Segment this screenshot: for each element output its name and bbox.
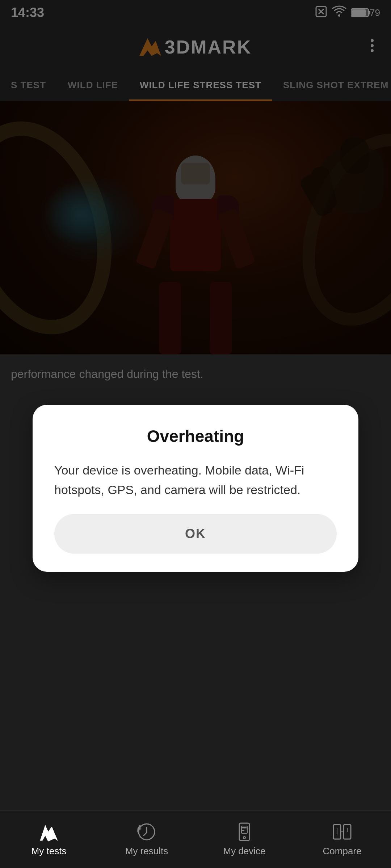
nav-item-compare[interactable]: Compare	[293, 822, 391, 857]
nav-label-my-tests: My tests	[31, 846, 67, 857]
nav-item-my-results[interactable]: My results	[98, 822, 196, 857]
my-results-icon	[136, 822, 157, 842]
nav-label-compare: Compare	[323, 846, 362, 857]
nav-item-my-tests[interactable]: My tests	[0, 822, 98, 857]
compare-icon	[332, 822, 352, 842]
my-tests-icon	[39, 822, 59, 842]
dialog-ok-button[interactable]: OK	[54, 514, 337, 554]
svg-marker-11	[40, 825, 58, 841]
overheating-dialog: Overheating Your device is overheating. …	[33, 405, 358, 572]
svg-point-14	[243, 837, 245, 839]
nav-label-my-device: My device	[223, 846, 265, 857]
my-device-icon	[234, 822, 255, 842]
bottom-nav: My tests My results My device	[0, 810, 391, 868]
dialog-title: Overheating	[147, 426, 244, 446]
dialog-overlay: Overheating Your device is overheating. …	[0, 0, 391, 868]
nav-item-my-device[interactable]: My device	[196, 822, 293, 857]
nav-label-my-results: My results	[125, 846, 168, 857]
dialog-message: Your device is overheating. Mobile data,…	[54, 460, 337, 500]
